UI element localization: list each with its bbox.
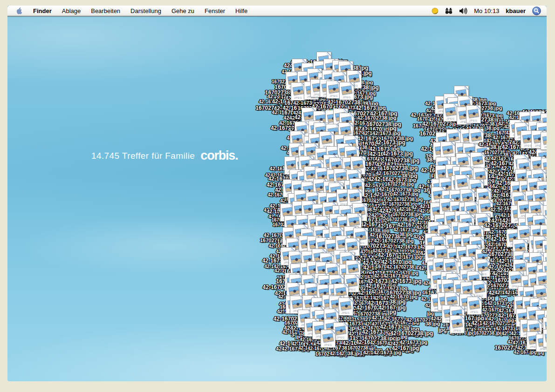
file-icon[interactable]: JPEG [543,329,547,347]
binoculars-icon[interactable] [445,7,452,14]
photo-thumbnail [462,192,473,202]
file-icon[interactable]: JPEG [467,297,482,315]
speaker-icon[interactable] [459,7,467,14]
menu-item-ablage[interactable]: Ablage [57,7,86,15]
photo-thumbnail [544,321,547,330]
menu-user[interactable]: kbauer [506,7,526,14]
file-icon[interactable]: JPEG [321,330,336,348]
file-type-label: JPEG [444,117,458,120]
photo-thumbnail [348,264,359,273]
file-type-label: JPEG [450,329,464,332]
apple-menu-icon[interactable] [12,7,28,15]
file-icon[interactable]: JPEG [326,81,341,99]
menu-clock[interactable]: Mo 10:13 [474,7,499,14]
file-type-label: JPEG [467,311,481,313]
file-type-label: JPEG [339,311,353,314]
photo-thumbnail [510,275,521,284]
photo-thumbnail [340,301,351,310]
photo-thumbnail [480,203,491,212]
file-type-label: JPEG [536,348,547,351]
photo-thumbnail [445,107,456,116]
photo-thumbnail [473,284,485,293]
file-type-label: JPEG [340,96,354,99]
photo-thumbnail [544,243,547,253]
file-label[interactable]: 42-1673.jpg [375,140,405,145]
photo-thumbnail [472,155,483,165]
file-icon[interactable]: JPEG [339,82,354,100]
photo-thumbnail [349,193,360,202]
file-label[interactable]: 38.jpg [399,232,413,237]
corbis-logo: corbis. [200,149,238,163]
file-type-label: JPEG [334,336,348,339]
file-icon[interactable]: JPEG [450,315,465,333]
desktop: FinderAblageBearbeitenDarstellungGehe zu… [7,6,547,381]
caption-text: 14.745 Treffer für Familie [91,151,195,161]
menu-item-finder[interactable]: Finder [28,7,57,15]
file-label[interactable]: 38.jpg [425,321,440,326]
photo-thumbnail [340,126,351,135]
photo-thumbnail [471,132,482,141]
file-label[interactable]: 38.jpg [390,299,406,304]
photo-thumbnail [457,178,468,188]
file-type-label: JPEG [291,96,305,99]
menu-item-hilfe[interactable]: Hilfe [230,7,253,15]
photo-thumbnail [335,325,346,335]
file-label[interactable]: 16702738.jpg [392,212,421,217]
menu-item-darstellung[interactable]: Darstellung [125,7,166,15]
photo-thumbnail [469,300,480,309]
file-label[interactable]: 42-1673.jpg [399,340,427,345]
icon-collage: 42-142-1673.jpg38.jpg42-1670.jpg4242-167… [7,6,547,381]
menu-item-gehe-zu[interactable]: Gehe zu [166,7,199,15]
search-icon[interactable] [532,7,541,15]
photo-thumbnail [436,249,447,258]
file-label[interactable]: 42-16702738.jpg [387,265,423,270]
file-type-label: JPEG [541,146,547,149]
file-label[interactable]: jpg [388,309,396,315]
menu-status-area: Mo 10:13 kbauer [432,7,542,15]
file-label[interactable]: jpg [400,335,407,339]
photo-thumbnail [535,288,546,297]
file-label[interactable]: 16702738.jpg [473,331,502,336]
file-label[interactable]: jpg [507,318,514,323]
file-icon[interactable]: JPEG [541,132,547,150]
menu-item-bearbeiten[interactable]: Bearbeiten [86,7,125,15]
file-icon[interactable]: JPEG [443,103,458,122]
photo-thumbnail [448,133,459,142]
menu-extra-ball-icon[interactable] [432,7,439,14]
photo-thumbnail [462,260,473,269]
photo-thumbnail [352,160,363,169]
photo-thumbnail [282,207,293,216]
photo-thumbnail [349,216,360,226]
photo-thumbnail [292,86,303,95]
wallpaper-caption: 14.745 Treffer für Familie corbis. [91,148,238,164]
photo-thumbnail [467,108,479,118]
menu-item-fenster[interactable]: Fenster [199,7,230,15]
photo-thumbnail [321,135,332,144]
photo-thumbnail [291,299,302,309]
photo-thumbnail [545,332,547,342]
file-type-label: JPEG [466,119,480,122]
file-label[interactable]: 42-142-1673.jpg [363,350,401,355]
photo-thumbnail [446,296,458,305]
file-label[interactable]: 42-1673.jpg [393,192,418,196]
photo-thumbnail [538,275,547,284]
file-type-label: JPEG [327,95,341,97]
menu-items: FinderAblageBearbeitenDarstellungGehe zu… [28,7,253,14]
file-icon[interactable]: JPEG [333,322,348,340]
photo-thumbnail [477,263,488,272]
photo-thumbnail [322,333,334,343]
file-icon[interactable]: JPEG [466,105,481,123]
file-icon[interactable]: JPEG [338,297,353,316]
menu-left: FinderAblageBearbeitenDarstellungGehe zu… [12,7,253,15]
photo-thumbnail [445,262,456,271]
photo-thumbnail [328,84,339,93]
file-type-label: JPEG [543,343,547,346]
photo-thumbnail [542,135,547,145]
photo-thumbnail [529,323,540,332]
photo-thumbnail [452,318,463,328]
file-icon[interactable]: JPEG [291,82,306,101]
menu-bar: FinderAblageBearbeitenDarstellungGehe zu… [7,6,547,16]
photo-thumbnail [288,286,299,295]
file-label[interactable]: 42-167.jpg [514,350,537,355]
photo-thumbnail [442,145,453,154]
